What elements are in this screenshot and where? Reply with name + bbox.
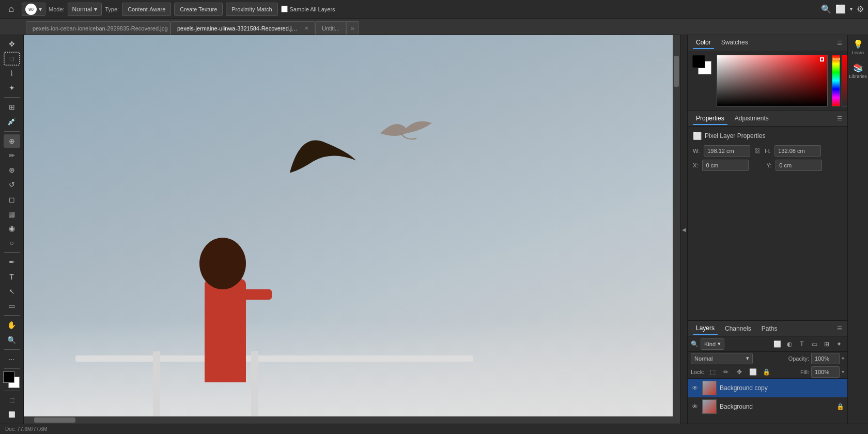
menu-bar: ⌂ 90 ▾ Mode: Normal ▾ Type: Content-Awar… (0, 0, 868, 19)
color-swatches[interactable] (3, 371, 21, 388)
wh-row: W: ⛓ H: (693, 145, 842, 157)
zoom-tool[interactable]: 🔍 (4, 333, 20, 346)
clone-stamp-tool[interactable]: ⊛ (4, 163, 20, 177)
blur-tool[interactable]: ◉ (4, 222, 20, 235)
screen-mode-btn[interactable]: ⬜ (4, 408, 20, 422)
x-input[interactable] (702, 160, 749, 171)
filter-text-icon[interactable]: T (797, 339, 807, 349)
mode-value: Normal (72, 6, 92, 13)
filter-effects-icon[interactable]: ✦ (834, 339, 844, 349)
fill-input[interactable] (811, 366, 840, 378)
tab-2-label: Untitl... (322, 25, 339, 32)
lock-move-icon[interactable]: ✥ (734, 367, 745, 377)
type-label: Type: (105, 6, 119, 12)
tool-preset[interactable]: 90 ▾ (22, 3, 45, 16)
mask-mode-btn[interactable]: ⬚ (4, 394, 20, 407)
swatches-tab[interactable]: Swatches (718, 37, 751, 49)
blend-mode-select[interactable]: Normal ▾ (691, 353, 753, 364)
properties-body: ⬜ Pixel Layer Properties W: ⛓ H: X: Y: (688, 127, 847, 320)
marquee-tool[interactable]: ⬚ (4, 52, 20, 65)
proximity-match-btn[interactable]: Proximity Match (226, 3, 277, 16)
filter-adjustment-icon[interactable]: ◐ (784, 339, 795, 349)
channels-tab[interactable]: Channels (722, 323, 754, 334)
history-brush-tool[interactable]: ↺ (4, 178, 20, 191)
canvas-vertical-scrollbar[interactable] (673, 35, 680, 424)
properties-tab[interactable]: Properties (693, 113, 727, 125)
tab-1-close[interactable]: ✕ (304, 25, 308, 31)
properties-panel-menu-icon[interactable]: ☰ (837, 115, 842, 122)
filter-shape-icon[interactable]: ▭ (809, 339, 819, 349)
lock-all-icon[interactable]: 🔒 (761, 367, 771, 377)
healing-brush-tool[interactable]: ⊕ (4, 134, 20, 148)
paths-tab[interactable]: Paths (758, 323, 781, 334)
opacity-chevron-icon: ▾ (842, 355, 844, 361)
eraser-tool[interactable]: ◻ (4, 192, 20, 206)
lock-artboard-icon[interactable]: ⬜ (748, 367, 758, 377)
panel-collapse-btn[interactable]: ◀ (680, 35, 687, 424)
kind-label: Kind (704, 341, 716, 347)
lock-pixels-icon[interactable]: ⬚ (707, 367, 718, 377)
canvas-area[interactable] (24, 35, 680, 424)
link-wh-icon[interactable]: ⛓ (754, 147, 761, 154)
layers-header: Layers Channels Paths ☰ (688, 321, 847, 336)
canvas-scroll-thumb[interactable] (674, 56, 679, 87)
layer-item-1[interactable]: 👁 Background 🔒 (688, 397, 847, 416)
canvas-h-scroll-thumb[interactable] (34, 417, 75, 423)
eyedropper-tool[interactable]: 💉 (4, 115, 20, 128)
h-input[interactable] (774, 145, 821, 157)
crop-tool[interactable]: ⊞ (4, 100, 20, 114)
layer-1-visibility-icon[interactable]: 👁 (691, 402, 699, 411)
color-gradient-field[interactable] (717, 55, 828, 106)
lock-position-icon[interactable]: ✏ (721, 367, 731, 377)
dodge-tool[interactable]: ○ (4, 236, 20, 250)
more-tools-btn[interactable]: ··· (4, 352, 20, 366)
workspace-icon[interactable]: ⬜ (835, 4, 846, 14)
layers-toolbar: 🔍 Kind ▾ ⬜ ◐ T ▭ ⊞ ✦ (688, 336, 847, 352)
color-picker-gradient[interactable] (717, 55, 849, 106)
layers-panel-menu-icon[interactable]: ☰ (837, 325, 842, 332)
sample-all-layers-label: Sample All Layers (290, 6, 335, 12)
tab-more-btn[interactable]: » (346, 21, 359, 35)
move-tool[interactable]: ✥ (4, 37, 20, 51)
foreground-color-swatch[interactable] (3, 371, 14, 383)
gradient-tool[interactable]: ▦ (4, 207, 20, 221)
layer-0-visibility-icon[interactable]: 👁 (691, 384, 699, 392)
tab-0[interactable]: pexels-ion-ceban-ionelceban-2929835-Reco… (26, 21, 171, 35)
color-panel-menu-icon[interactable]: ☰ (837, 40, 842, 47)
layers-tab[interactable]: Layers (693, 322, 718, 335)
w-input[interactable] (704, 145, 750, 157)
tab-2[interactable]: Untitl... (315, 21, 346, 35)
shape-tool[interactable]: ▭ (4, 299, 20, 313)
sample-all-layers-checkbox[interactable]: Sample All Layers (281, 6, 335, 12)
canvas-horizontal-scrollbar[interactable] (24, 416, 673, 424)
brush-tool[interactable]: ✏ (4, 149, 20, 162)
adjustments-tab[interactable]: Adjustments (732, 113, 772, 125)
y-input[interactable] (776, 160, 822, 171)
text-tool[interactable]: T (4, 270, 20, 284)
path-select-tool[interactable]: ↖ (4, 285, 20, 298)
tab-1[interactable]: pexels-jermaine-ulinwa-3321584-Recovered… (171, 21, 315, 35)
filter-smart-icon[interactable]: ⊞ (822, 339, 832, 349)
magic-wand-tool[interactable]: ✦ (4, 81, 20, 95)
home-icon[interactable]: ⌂ (4, 2, 19, 17)
dropdown-workspace-icon[interactable]: ▾ (850, 6, 853, 12)
color-tab[interactable]: Color (693, 37, 714, 49)
settings-icon[interactable]: ⚙ (857, 4, 864, 14)
create-texture-btn[interactable]: Create Texture (174, 3, 223, 16)
learn-btn[interactable]: 💡 Learn (850, 39, 866, 55)
hand-tool[interactable]: ✋ (4, 318, 20, 332)
color-panel-options: ☰ (837, 40, 842, 47)
mode-dropdown[interactable]: Normal ▾ (68, 3, 102, 16)
fg-color-box[interactable] (692, 55, 705, 68)
filter-pixel-icon[interactable]: ⬜ (772, 339, 782, 349)
libraries-btn[interactable]: 📚 Libraries (850, 63, 866, 79)
content-aware-btn[interactable]: Content-Aware (122, 3, 171, 16)
lasso-tool[interactable]: ⌇ (4, 67, 20, 80)
layers-kind-filter[interactable]: Kind ▾ (701, 338, 724, 350)
opacity-input[interactable] (811, 353, 840, 364)
search-icon[interactable]: 🔍 (821, 4, 831, 14)
collapse-arrow-icon: ◀ (682, 227, 686, 233)
pen-tool[interactable]: ✒ (4, 255, 20, 269)
color-spectrum-bar[interactable] (832, 55, 840, 106)
layer-item-0[interactable]: 👁 Background copy (688, 379, 847, 397)
